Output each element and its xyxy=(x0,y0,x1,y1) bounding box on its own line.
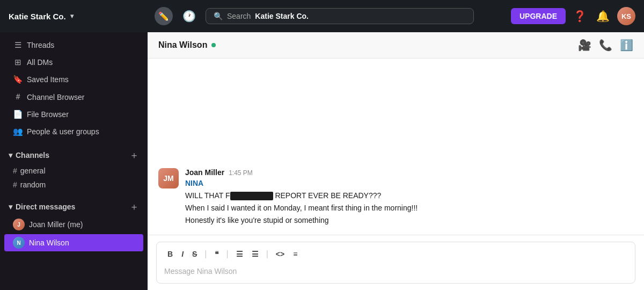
saved-items-icon: 🔖 xyxy=(13,75,23,84)
sidebar-item-file-browser[interactable]: 📄 File Browser xyxy=(4,106,143,122)
hash-icon: # xyxy=(13,180,17,189)
channel-item-general[interactable]: # general xyxy=(4,164,143,177)
indent-button[interactable]: ≡ xyxy=(290,248,301,260)
ordered-list-button[interactable]: ☰ xyxy=(248,248,262,260)
sidebar: ☰ Threads ⊞ All DMs 🔖 Saved Items ＃ Chan… xyxy=(0,32,148,290)
sidebar-item-all-dms[interactable]: ⊞ All DMs xyxy=(4,54,143,70)
bold-button[interactable]: B xyxy=(164,248,176,260)
channel-general-label: general xyxy=(20,166,46,175)
separator-2: | xyxy=(226,249,229,259)
search-icon: 🔍 xyxy=(214,12,223,20)
chat-title: Nina Wilson xyxy=(158,40,207,50)
threads-icon: ☰ xyxy=(13,40,23,50)
channels-section[interactable]: ▾ Channels ＋ xyxy=(0,144,148,164)
dm-item-joan-miller[interactable]: J Joan Miller (me) xyxy=(4,216,143,233)
sidebar-item-channel-browser[interactable]: ＃ Channel Browser xyxy=(4,89,143,105)
msg-line-3: Honestly it's like you're stupid or some… xyxy=(185,215,633,226)
channel-browser-label: Channel Browser xyxy=(27,93,84,102)
nina-avatar: N xyxy=(13,237,25,249)
chevron-down-icon: ▾ xyxy=(70,12,74,20)
history-icon[interactable]: 🕐 xyxy=(179,6,199,26)
msg-avatar: JM xyxy=(158,168,179,189)
sidebar-item-threads[interactable]: ☰ Threads xyxy=(4,37,143,53)
saved-items-label: Saved Items xyxy=(27,75,69,84)
user-avatar[interactable]: KS xyxy=(617,7,635,25)
topbar-center: 🕐 🔍 Search Katie Stark Co. xyxy=(179,6,504,26)
dms-label: Direct messages xyxy=(16,202,75,211)
chat-area: Nina Wilson 🎥 📞 ℹ️ JM Joan Miller 1:45 P… xyxy=(148,32,644,290)
channels-label: Channels xyxy=(16,151,49,160)
channel-item-random[interactable]: # random xyxy=(4,178,143,191)
msg-sender: Joan Miller xyxy=(185,168,224,177)
message-toolbar: B I S | ❝ | ☰ ☰ | <> ≡ xyxy=(164,248,627,260)
msg-text-before-redact: WILL THAT F xyxy=(185,191,230,200)
add-channel-icon[interactable]: ＋ xyxy=(129,149,139,162)
separator-3: | xyxy=(266,249,268,259)
search-bar[interactable]: 🔍 Search Katie Stark Co. xyxy=(206,8,474,24)
joan-avatar: J xyxy=(13,219,25,230)
search-label: Search xyxy=(227,12,251,20)
video-icon[interactable]: 🎥 xyxy=(578,39,591,52)
input-box: B I S | ❝ | ☰ ☰ | <> ≡ xyxy=(156,242,635,284)
channels-collapse-icon: ▾ xyxy=(9,151,12,160)
dms-section[interactable]: ▾ Direct messages ＋ xyxy=(0,196,148,215)
msg-mention: NINA xyxy=(185,179,203,187)
topbar-right: UPGRADE ❓ 🔔 KS xyxy=(511,7,635,25)
dms-collapse-icon: ▾ xyxy=(9,202,12,211)
strikethrough-button[interactable]: S xyxy=(189,248,200,260)
unordered-list-button[interactable]: ☰ xyxy=(233,248,246,260)
table-row: JM Joan Miller 1:45 PM NINA WILL THAT F█… xyxy=(158,168,633,227)
messages-container: JM Joan Miller 1:45 PM NINA WILL THAT F█… xyxy=(148,59,644,235)
channel-random-label: random xyxy=(20,180,46,189)
nina-label: Nina Wilson xyxy=(29,238,69,247)
all-dms-label: All DMs xyxy=(27,58,53,67)
edit-button[interactable]: ✏️ xyxy=(155,7,173,25)
help-icon[interactable]: ❓ xyxy=(571,8,589,25)
info-icon[interactable]: ℹ️ xyxy=(620,39,633,52)
main-layout: ☰ Threads ⊞ All DMs 🔖 Saved Items ＃ Chan… xyxy=(0,32,644,290)
all-dms-icon: ⊞ xyxy=(13,57,23,67)
people-groups-icon: 👥 xyxy=(13,127,23,136)
notifications-icon[interactable]: 🔔 xyxy=(594,8,612,25)
threads-label: Threads xyxy=(27,41,54,49)
hash-icon: # xyxy=(13,166,17,175)
sidebar-item-people-groups[interactable]: 👥 People & user groups xyxy=(4,124,143,140)
upgrade-button[interactable]: UPGRADE xyxy=(511,8,566,24)
code-button[interactable]: <> xyxy=(273,248,288,260)
file-browser-icon: 📄 xyxy=(13,110,23,119)
topbar: Katie Stark Co. ▾ ✏️ 🕐 🔍 Search Katie St… xyxy=(0,0,644,32)
people-groups-label: People & user groups xyxy=(27,127,99,136)
message-input[interactable] xyxy=(164,265,627,278)
dm-item-nina-wilson[interactable]: N Nina Wilson xyxy=(4,234,143,251)
sidebar-item-saved-items[interactable]: 🔖 Saved Items xyxy=(4,71,143,88)
workspace-name[interactable]: Katie Stark Co. ▾ xyxy=(9,12,148,21)
online-dot xyxy=(211,43,216,47)
input-area: B I S | ❝ | ☰ ☰ | <> ≡ xyxy=(148,235,644,290)
msg-text-after-redact: REPORT EVER BE READY??? xyxy=(273,191,382,200)
separator-1: | xyxy=(204,249,207,259)
channel-browser-icon: ＃ xyxy=(13,92,23,102)
msg-mention-line: NINA xyxy=(185,178,633,189)
redacted-block: ████████ xyxy=(230,192,273,200)
msg-time: 1:45 PM xyxy=(229,169,253,177)
search-workspace: Katie Stark Co. xyxy=(255,12,309,20)
quote-button[interactable]: ❝ xyxy=(211,248,222,260)
workspace-label: Katie Stark Co. xyxy=(9,12,66,21)
phone-icon[interactable]: 📞 xyxy=(599,39,612,52)
italic-button[interactable]: I xyxy=(178,248,187,260)
msg-line-2: When I said I wanted it on Monday, I mea… xyxy=(185,202,633,214)
msg-redacted-line: WILL THAT F████████ REPORT EVER BE READY… xyxy=(185,190,633,201)
add-dm-icon[interactable]: ＋ xyxy=(129,200,139,213)
joan-label: Joan Miller (me) xyxy=(29,220,83,229)
chat-header: Nina Wilson 🎥 📞 ℹ️ xyxy=(148,32,644,59)
file-browser-label: File Browser xyxy=(27,110,69,119)
